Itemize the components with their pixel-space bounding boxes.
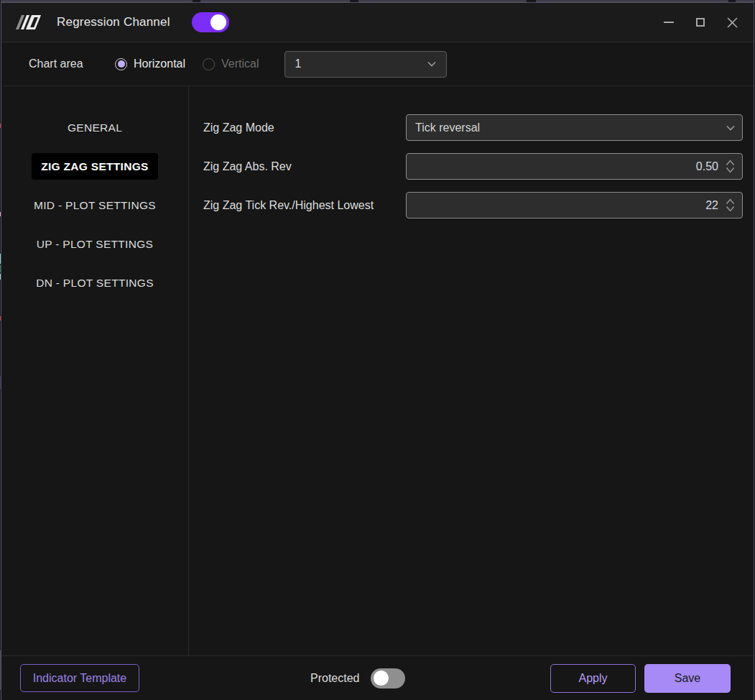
setting-row-zigzag-mode: Zig Zag Mode Tick reversal	[203, 114, 743, 141]
tab-mid-plot-settings[interactable]: MID - PLOT SETTINGS	[24, 192, 165, 218]
stepper-down-icon	[726, 206, 735, 212]
zigzag-abs-rev-label: Zig Zag Abs. Rev	[203, 160, 292, 173]
setting-row-zigzag-abs-rev: Zig Zag Abs. Rev 0.50	[203, 153, 743, 180]
protected-label: Protected	[310, 672, 359, 685]
minimize-button[interactable]	[657, 11, 680, 34]
dialog-footer: Indicator Template Protected Apply Save	[1, 655, 754, 700]
indicator-template-button[interactable]: Indicator Template	[20, 664, 139, 692]
stepper-down-icon	[726, 167, 735, 173]
number-stepper[interactable]	[726, 198, 735, 212]
tab-up-plot-settings[interactable]: UP - PLOT SETTINGS	[27, 231, 162, 257]
chart-area-row: Chart area Horizontal Vertical 1	[1, 42, 754, 86]
close-icon	[727, 17, 738, 28]
app-logo-icon	[16, 15, 41, 29]
radio-horizontal[interactable]: Horizontal	[115, 57, 185, 70]
zigzag-abs-rev-input[interactable]: 0.50	[406, 153, 743, 180]
chevron-down-icon	[726, 125, 735, 131]
stepper-up-icon	[726, 198, 735, 205]
stepper-up-icon	[726, 160, 735, 166]
protected-toggle[interactable]	[371, 668, 405, 689]
maximize-icon	[696, 18, 705, 27]
toggle-knob	[374, 671, 389, 686]
radio-selected-icon	[115, 58, 127, 70]
maximize-button[interactable]	[689, 11, 712, 34]
close-button[interactable]	[721, 11, 744, 34]
indicator-enabled-toggle[interactable]	[192, 12, 229, 32]
radio-vertical[interactable]: Vertical	[203, 57, 259, 70]
footer-actions: Apply Save	[550, 664, 731, 693]
chart-area-label: Chart area	[29, 57, 115, 70]
tab-dn-plot-settings[interactable]: DN - PLOT SETTINGS	[27, 270, 163, 296]
chevron-down-icon	[427, 61, 436, 67]
apply-button[interactable]: Apply	[550, 664, 636, 693]
minimize-icon	[664, 22, 674, 23]
radio-unselected-icon	[203, 58, 215, 70]
window-controls	[657, 11, 744, 34]
zigzag-mode-label: Zig Zag Mode	[203, 121, 274, 134]
save-button[interactable]: Save	[644, 664, 731, 693]
settings-sidebar: GENERAL ZIG ZAG SETTINGS MID - PLOT SETT…	[1, 86, 189, 655]
dialog-title: Regression Channel	[57, 15, 170, 29]
settings-panel: Zig Zag Mode Tick reversal Zig Zag Abs. …	[189, 86, 754, 655]
number-stepper[interactable]	[726, 160, 735, 173]
indicator-settings-dialog: Regression Channel Chart area Horizontal	[1, 2, 754, 700]
chart-panel-select[interactable]: 1	[284, 51, 447, 78]
setting-row-zigzag-tick-rev: Zig Zag Tick Rev./Highest Lowest 22	[203, 192, 743, 218]
title-bar: Regression Channel	[1, 3, 754, 42]
tab-general[interactable]: GENERAL	[58, 114, 131, 141]
protected-group: Protected	[310, 668, 405, 689]
tab-zig-zag-settings[interactable]: ZIG ZAG SETTINGS	[32, 153, 157, 180]
zigzag-tick-rev-input[interactable]: 22	[406, 192, 743, 218]
zigzag-tick-rev-label: Zig Zag Tick Rev./Highest Lowest	[203, 199, 374, 212]
zigzag-mode-dropdown[interactable]: Tick reversal	[406, 114, 743, 141]
dialog-body: GENERAL ZIG ZAG SETTINGS MID - PLOT SETT…	[1, 86, 754, 655]
toggle-knob	[210, 14, 226, 30]
orientation-radio-group: Horizontal Vertical	[115, 57, 259, 70]
